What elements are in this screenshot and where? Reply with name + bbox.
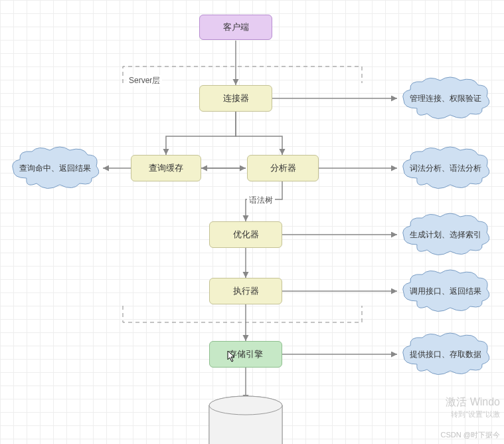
watermark-activate-sub: 转到"设置"以激 (451, 409, 500, 419)
node-analyzer: 分析器 (247, 155, 319, 181)
cloud-analyzer-note: 词法分析、语法分析 (397, 145, 493, 191)
node-client-label: 客户端 (223, 21, 249, 33)
watermark-activate: 激活 Windo (446, 395, 500, 409)
node-cache: 查询缓存 (131, 155, 201, 181)
node-connector-label: 连接器 (223, 92, 249, 104)
cloud-cache-note: 查询命中、返回结果 (7, 145, 103, 191)
cloud-executor-text: 调用接口、返回结果 (407, 286, 484, 297)
cloud-analyzer-text: 词法分析、语法分析 (407, 163, 484, 174)
cloud-optimizer-text: 生成计划、选择索引 (407, 229, 484, 241)
label-server-layer: Server层 (127, 75, 162, 86)
cloud-executor-note: 调用接口、返回结果 (397, 268, 493, 314)
cloud-cache-text: 查询命中、返回结果 (17, 163, 94, 174)
cloud-engine-note: 提供接口、存取数据 (397, 331, 493, 378)
cursor-icon (227, 350, 236, 362)
cloud-optimizer-note: 生成计划、选择索引 (397, 211, 493, 258)
node-analyzer-label: 分析器 (270, 162, 296, 174)
node-executor: 执行器 (209, 278, 282, 304)
node-optimizer: 优化器 (209, 221, 282, 248)
node-engine: 存储引擎 (209, 341, 282, 368)
node-cache-label: 查询缓存 (149, 162, 183, 174)
cloud-connector-note: 管理连接、权限验证 (397, 75, 493, 122)
node-connector: 连接器 (199, 85, 272, 112)
node-executor-label: 执行器 (233, 285, 259, 297)
cloud-connector-text: 管理连接、权限验证 (407, 93, 484, 104)
cloud-engine-text: 提供接口、存取数据 (407, 349, 484, 360)
label-syntax-tree: 语法树 (247, 195, 275, 206)
node-optimizer-label: 优化器 (233, 229, 259, 241)
watermark-csdn: CSDN @时下据今 (441, 430, 500, 440)
node-client: 客户端 (199, 15, 272, 40)
